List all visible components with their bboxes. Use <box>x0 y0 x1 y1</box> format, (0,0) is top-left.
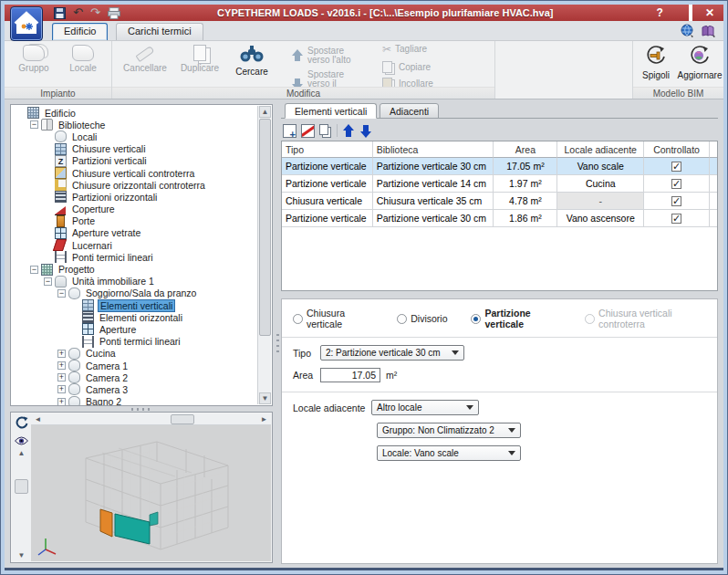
viewport-3d-canvas[interactable] <box>31 425 271 561</box>
web-globe-icon[interactable] <box>681 24 694 37</box>
controllato-checkbox[interactable] <box>671 196 681 206</box>
tree-item[interactable]: − Progetto <box>13 263 256 275</box>
gruppo-button[interactable]: Gruppo <box>10 43 57 85</box>
tree-item[interactable]: Coperture <box>13 204 256 215</box>
radio-option[interactable]: Partizione verticale <box>471 308 561 329</box>
maximize-button[interactable] <box>689 6 692 19</box>
tree-expander[interactable]: + <box>57 385 66 393</box>
redo-icon[interactable]: ↷ <box>90 5 100 20</box>
tree-expander[interactable]: + <box>57 373 66 382</box>
locale-adiacente-dropdown[interactable]: Altro locale <box>371 400 479 415</box>
tree-item[interactable]: Chiusure verticali controterra <box>13 167 256 179</box>
tab-edificio[interactable]: Edificio <box>52 23 108 40</box>
tree-scrollbar[interactable]: ▲ ▼ <box>257 106 271 404</box>
tree-item[interactable]: Ponti termici lineari <box>13 336 256 348</box>
scrollbar-thumb[interactable] <box>259 119 271 336</box>
spigoli-button[interactable]: Spigoli <box>635 43 677 85</box>
vertical-splitter[interactable] <box>275 99 281 568</box>
tree-item[interactable]: Aperture <box>13 323 256 335</box>
tree-item[interactable]: − Unità immobiliare 1 <box>13 276 256 288</box>
tree-expander[interactable]: − <box>30 120 38 129</box>
help-button[interactable]: ? <box>657 6 663 19</box>
docs-book-icon[interactable] <box>702 25 716 37</box>
area-input[interactable] <box>320 368 380 382</box>
tree-item[interactable]: Elementi orizzontali <box>13 311 256 323</box>
viewport-h-scrollbar[interactable]: ◄ ► <box>31 413 271 425</box>
row-down-icon[interactable] <box>359 124 372 138</box>
tree-item[interactable]: Porte <box>13 215 256 227</box>
col-header-biblioteca[interactable]: Biblioteca <box>373 141 494 158</box>
controllato-checkbox[interactable] <box>671 214 681 224</box>
tree-item[interactable]: Edificio <box>13 107 256 119</box>
pan-right-arrow[interactable]: ► <box>259 414 269 424</box>
close-button[interactable]: ✕ <box>705 6 714 19</box>
visibility-eye-icon[interactable] <box>15 433 28 446</box>
spostare-su-button[interactable]: Spostare verso l'alto <box>291 47 362 65</box>
tree-item[interactable]: + Bagno 2 <box>13 396 256 406</box>
duplicare-button[interactable]: Duplicare <box>174 43 225 85</box>
tree-expander[interactable]: + <box>57 398 66 405</box>
tree-item[interactable]: − Biblioteche <box>13 119 256 131</box>
tree-item[interactable]: + Camera 2 <box>13 371 256 383</box>
tree-item[interactable]: − Soggiorno/Sala da pranzo <box>13 288 256 299</box>
tree-expander[interactable]: − <box>30 266 38 274</box>
radio-option[interactable]: Divisorio <box>397 308 447 329</box>
add-row-icon[interactable] <box>283 124 296 138</box>
cancellare-button[interactable]: Cancellare <box>120 43 171 85</box>
locale-dropdown[interactable]: Locale: Vano scale <box>377 445 521 461</box>
tree-expander[interactable]: − <box>44 277 52 286</box>
table-row[interactable]: Partizione verticale Partizione vertical… <box>282 158 717 175</box>
tree-expander[interactable]: + <box>57 361 66 370</box>
scroll-up-arrow[interactable]: ▲ <box>259 106 271 118</box>
tab-adiacenti[interactable]: Adiacenti <box>380 103 439 119</box>
pan-left-arrow[interactable]: ◄ <box>33 414 43 424</box>
col-header-locale-adiacente[interactable]: Locale adiacente <box>557 141 644 158</box>
tree-item[interactable]: Partizioni orizzontali <box>13 191 256 203</box>
rotate-view-icon[interactable] <box>15 416 28 430</box>
tree-item[interactable]: Ponti termici lineari <box>13 251 256 263</box>
tree-item[interactable]: Lucernari <box>13 239 256 251</box>
undo-icon[interactable]: ↶ <box>73 5 83 20</box>
tree-expander[interactable]: + <box>57 350 66 358</box>
col-header-area[interactable]: Area <box>494 141 557 158</box>
tree-item[interactable]: Chiusure verticali <box>13 143 256 155</box>
tree-item[interactable]: + Cucina <box>13 348 256 360</box>
tree-item[interactable]: + Camera 3 <box>13 383 256 395</box>
col-header-controllato[interactable]: Controllato <box>644 141 710 158</box>
tagliare-button[interactable]: ✂ Tagliare <box>382 45 427 54</box>
app-menu-button[interactable] <box>10 6 43 41</box>
h-scroll-thumb[interactable] <box>171 414 194 424</box>
tree-item[interactable]: Locali <box>13 131 256 142</box>
table-row[interactable]: Partizione verticale Partizione vertical… <box>282 175 717 193</box>
locale-button[interactable]: Locale <box>59 43 107 85</box>
duplicate-row-icon[interactable] <box>319 124 328 135</box>
row-up-icon[interactable] <box>342 124 355 138</box>
table-row[interactable]: Partizione verticale Partizione vertical… <box>282 210 717 227</box>
tab-carichi-termici[interactable]: Carichi termici <box>116 23 203 40</box>
tree-item[interactable]: Elementi verticali <box>13 299 256 311</box>
v-scroll-thumb[interactable] <box>15 479 28 494</box>
radio-option[interactable]: Chiusura verticali controterra <box>585 308 706 329</box>
save-icon[interactable] <box>54 7 66 19</box>
delete-row-icon[interactable] <box>301 124 315 138</box>
copiare-button[interactable]: Copiare <box>382 61 431 73</box>
tree-item[interactable]: Partizioni verticali <box>13 155 256 167</box>
tree-expander[interactable]: − <box>57 289 66 298</box>
tab-elementi-verticali[interactable]: Elementi verticali <box>285 103 377 119</box>
tree-item[interactable]: Chiusure orizzontali controterra <box>13 179 256 191</box>
zoom-in-arrow[interactable]: ▲ <box>15 449 28 463</box>
tipo-dropdown[interactable]: 2: Partizione verticale 30 cm <box>320 345 464 361</box>
zoom-out-arrow[interactable]: ▼ <box>12 551 31 559</box>
controllato-checkbox[interactable] <box>671 162 681 172</box>
print-icon[interactable] <box>108 7 120 19</box>
gruppo-dropdown[interactable]: Gruppo: Non Climatizzato 2 <box>377 423 521 438</box>
col-header-tipo[interactable]: Tipo <box>282 141 373 158</box>
aggiornare-button[interactable]: Aggiornare <box>677 43 723 85</box>
tree-item[interactable]: Aperture vetrate <box>13 227 256 239</box>
controllato-checkbox[interactable] <box>671 179 681 189</box>
tree-item[interactable]: + Camera 1 <box>13 360 256 371</box>
radio-option[interactable]: Chiusura verticale <box>293 308 373 329</box>
table-row[interactable]: Chiusura verticale Chiusura verticale 35… <box>282 193 717 210</box>
scroll-down-arrow[interactable]: ▼ <box>259 392 271 404</box>
cercare-button[interactable]: Cercare <box>229 43 275 85</box>
